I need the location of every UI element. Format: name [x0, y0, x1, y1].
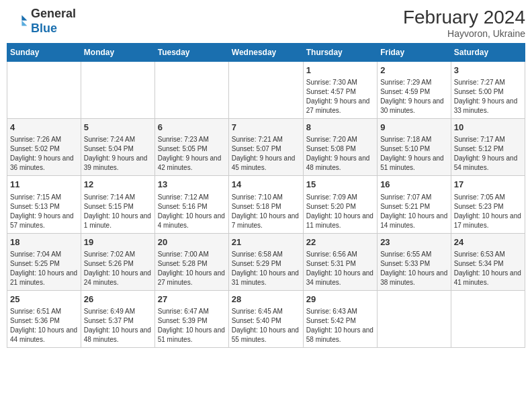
day-number: 20 — [158, 236, 226, 248]
day-cell: 29Sunrise: 6:43 AM Sunset: 5:42 PM Dayli… — [303, 290, 377, 347]
day-info: Sunrise: 7:26 AM Sunset: 5:02 PM Dayligh… — [10, 135, 78, 173]
day-cell: 21Sunrise: 6:58 AM Sunset: 5:29 PM Dayli… — [228, 233, 303, 290]
subtitle: Hayvoron, Ukraine — [403, 28, 525, 39]
day-cell: 25Sunrise: 6:51 AM Sunset: 5:36 PM Dayli… — [7, 290, 81, 347]
day-number: 5 — [84, 122, 152, 134]
day-cell — [154, 62, 228, 119]
day-cell: 26Sunrise: 6:49 AM Sunset: 5:37 PM Dayli… — [81, 290, 154, 347]
day-cell: 6Sunrise: 7:23 AM Sunset: 5:05 PM Daylig… — [154, 119, 228, 176]
day-number: 27 — [158, 293, 226, 306]
day-info: Sunrise: 7:07 AM Sunset: 5:21 PM Dayligh… — [380, 193, 448, 230]
svg-marker-0 — [21, 15, 27, 20]
day-number: 2 — [380, 64, 448, 77]
day-cell: 3Sunrise: 7:27 AM Sunset: 5:00 PM Daylig… — [451, 62, 525, 119]
week-row-4: 18Sunrise: 7:04 AM Sunset: 5:25 PM Dayli… — [7, 233, 525, 290]
column-header-monday: Monday — [81, 44, 154, 62]
day-info: Sunrise: 7:20 AM Sunset: 5:08 PM Dayligh… — [306, 135, 374, 173]
day-cell: 12Sunrise: 7:14 AM Sunset: 5:15 PM Dayli… — [81, 176, 154, 233]
day-info: Sunrise: 7:21 AM Sunset: 5:07 PM Dayligh… — [232, 135, 300, 173]
title-block: February 2024 Hayvoron, Ukraine — [403, 7, 525, 39]
day-number: 8 — [306, 122, 374, 134]
logo-icon — [7, 11, 28, 32]
day-info: Sunrise: 7:00 AM Sunset: 5:28 PM Dayligh… — [158, 250, 226, 287]
day-cell — [451, 290, 525, 347]
day-number: 1 — [306, 64, 374, 77]
day-cell: 28Sunrise: 6:45 AM Sunset: 5:40 PM Dayli… — [228, 290, 303, 347]
week-row-2: 4Sunrise: 7:26 AM Sunset: 5:02 PM Daylig… — [7, 119, 525, 176]
day-number: 16 — [380, 179, 448, 191]
day-info: Sunrise: 7:24 AM Sunset: 5:04 PM Dayligh… — [84, 135, 152, 173]
day-cell — [7, 62, 81, 119]
logo-line2: Blue — [31, 21, 76, 36]
day-info: Sunrise: 7:17 AM Sunset: 5:12 PM Dayligh… — [454, 135, 522, 173]
day-number: 15 — [306, 179, 374, 191]
calendar-body: 1Sunrise: 7:30 AM Sunset: 4:57 PM Daylig… — [7, 62, 525, 348]
day-number: 11 — [10, 179, 78, 191]
day-cell: 16Sunrise: 7:07 AM Sunset: 5:21 PM Dayli… — [378, 176, 451, 233]
day-info: Sunrise: 7:18 AM Sunset: 5:10 PM Dayligh… — [380, 135, 448, 173]
day-cell: 4Sunrise: 7:26 AM Sunset: 5:02 PM Daylig… — [7, 119, 81, 176]
day-info: Sunrise: 7:10 AM Sunset: 5:18 PM Dayligh… — [232, 193, 300, 230]
day-info: Sunrise: 7:02 AM Sunset: 5:26 PM Dayligh… — [84, 250, 152, 287]
day-info: Sunrise: 7:15 AM Sunset: 5:13 PM Dayligh… — [10, 193, 78, 230]
day-number: 10 — [454, 122, 522, 134]
week-row-5: 25Sunrise: 6:51 AM Sunset: 5:36 PM Dayli… — [7, 290, 525, 347]
logo: General Blue — [7, 7, 76, 36]
day-number: 23 — [380, 236, 448, 248]
day-info: Sunrise: 6:47 AM Sunset: 5:39 PM Dayligh… — [158, 307, 226, 345]
column-header-thursday: Thursday — [303, 44, 377, 62]
day-number: 21 — [232, 236, 300, 248]
column-header-friday: Friday — [378, 44, 451, 62]
day-cell: 8Sunrise: 7:20 AM Sunset: 5:08 PM Daylig… — [303, 119, 377, 176]
day-info: Sunrise: 6:51 AM Sunset: 5:36 PM Dayligh… — [10, 307, 78, 345]
column-header-tuesday: Tuesday — [154, 44, 228, 62]
day-info: Sunrise: 6:56 AM Sunset: 5:31 PM Dayligh… — [306, 250, 374, 287]
day-cell: 17Sunrise: 7:05 AM Sunset: 5:23 PM Dayli… — [451, 176, 525, 233]
day-cell: 18Sunrise: 7:04 AM Sunset: 5:25 PM Dayli… — [7, 233, 81, 290]
day-info: Sunrise: 6:58 AM Sunset: 5:29 PM Dayligh… — [232, 250, 300, 287]
day-number: 12 — [84, 179, 152, 191]
day-cell: 9Sunrise: 7:18 AM Sunset: 5:10 PM Daylig… — [378, 119, 451, 176]
main-title: February 2024 — [403, 7, 525, 28]
day-number: 19 — [84, 236, 152, 248]
day-cell: 14Sunrise: 7:10 AM Sunset: 5:18 PM Dayli… — [228, 176, 303, 233]
calendar-table: SundayMondayTuesdayWednesdayThursdayFrid… — [7, 43, 525, 348]
day-info: Sunrise: 6:45 AM Sunset: 5:40 PM Dayligh… — [232, 307, 300, 345]
day-number: 13 — [158, 179, 226, 191]
day-cell: 5Sunrise: 7:24 AM Sunset: 5:04 PM Daylig… — [81, 119, 154, 176]
day-cell: 7Sunrise: 7:21 AM Sunset: 5:07 PM Daylig… — [228, 119, 303, 176]
day-info: Sunrise: 7:09 AM Sunset: 5:20 PM Dayligh… — [306, 193, 374, 230]
day-cell — [378, 290, 451, 347]
day-info: Sunrise: 7:29 AM Sunset: 4:59 PM Dayligh… — [380, 78, 448, 116]
day-cell: 23Sunrise: 6:55 AM Sunset: 5:33 PM Dayli… — [378, 233, 451, 290]
day-number: 28 — [232, 293, 300, 306]
day-number: 9 — [380, 122, 448, 134]
svg-marker-1 — [21, 20, 27, 26]
day-number: 6 — [158, 122, 226, 134]
day-number: 24 — [454, 236, 522, 248]
day-number: 14 — [232, 179, 300, 191]
day-info: Sunrise: 7:05 AM Sunset: 5:23 PM Dayligh… — [454, 193, 522, 230]
day-cell: 11Sunrise: 7:15 AM Sunset: 5:13 PM Dayli… — [7, 176, 81, 233]
day-number: 3 — [454, 64, 522, 77]
column-header-sunday: Sunday — [7, 44, 81, 62]
day-info: Sunrise: 6:53 AM Sunset: 5:34 PM Dayligh… — [454, 250, 522, 287]
day-cell: 13Sunrise: 7:12 AM Sunset: 5:16 PM Dayli… — [154, 176, 228, 233]
column-header-saturday: Saturday — [451, 44, 525, 62]
day-number: 22 — [306, 236, 374, 248]
day-info: Sunrise: 7:30 AM Sunset: 4:57 PM Dayligh… — [306, 78, 374, 116]
day-info: Sunrise: 6:55 AM Sunset: 5:33 PM Dayligh… — [380, 250, 448, 287]
day-cell: 10Sunrise: 7:17 AM Sunset: 5:12 PM Dayli… — [451, 119, 525, 176]
day-cell — [228, 62, 303, 119]
day-cell: 20Sunrise: 7:00 AM Sunset: 5:28 PM Dayli… — [154, 233, 228, 290]
day-cell: 2Sunrise: 7:29 AM Sunset: 4:59 PM Daylig… — [378, 62, 451, 119]
day-cell: 24Sunrise: 6:53 AM Sunset: 5:34 PM Dayli… — [451, 233, 525, 290]
day-cell — [81, 62, 154, 119]
day-number: 26 — [84, 293, 152, 306]
day-number: 17 — [454, 179, 522, 191]
day-info: Sunrise: 6:43 AM Sunset: 5:42 PM Dayligh… — [306, 307, 374, 345]
day-cell: 22Sunrise: 6:56 AM Sunset: 5:31 PM Dayli… — [303, 233, 377, 290]
day-number: 18 — [10, 236, 78, 248]
day-info: Sunrise: 7:27 AM Sunset: 5:00 PM Dayligh… — [454, 78, 522, 116]
day-number: 29 — [306, 293, 374, 306]
